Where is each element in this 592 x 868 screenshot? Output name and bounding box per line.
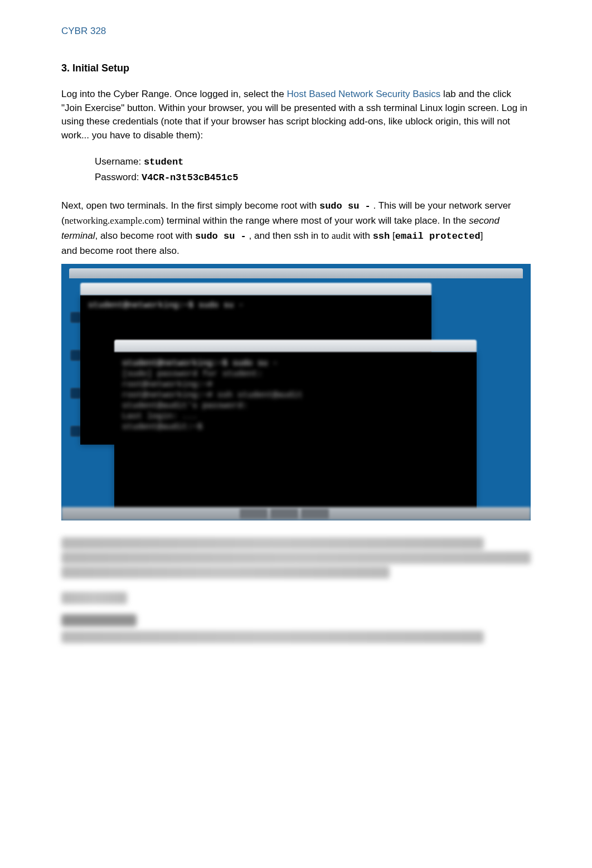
terminal-2-body: student@networking:~$ sudo su - [sudo] p… (114, 352, 477, 513)
taskbar-button (240, 509, 268, 519)
t1: Next, open two terminals. In the first s… (61, 200, 319, 211)
terminal-line: student@audit:~$ (122, 422, 469, 432)
course-code-link[interactable]: CYBR 328 (61, 26, 106, 37)
terminal-2-titlebar (114, 340, 477, 352)
terminal-line: Last login: ... (122, 412, 469, 421)
desktop-side-icons (70, 312, 81, 464)
blurred-line (61, 631, 484, 643)
section-heading: 3. Initial Setup (61, 62, 531, 74)
blurred-line (61, 566, 390, 578)
t4: , also become root with (95, 230, 195, 241)
terminal-1-titlebar (80, 283, 431, 295)
password-label: Password: (95, 172, 142, 182)
taskbar-button (270, 509, 298, 519)
t3: ) terminal within the range where most o… (161, 215, 469, 226)
terminal-line: root@networking:~# ssh student@audit (122, 390, 469, 400)
terminal-line: student@networking:~$ sudo su - (122, 359, 469, 368)
terminal-window-2: student@networking:~$ sudo su - [sudo] p… (114, 340, 477, 513)
cmd-ssh: ssh (373, 231, 390, 242)
cmd-sudo-2: sudo su - (195, 231, 246, 242)
dock-icon (70, 350, 81, 361)
username-value: student (144, 157, 183, 167)
t5: , and then ssh in to (249, 230, 332, 241)
terminal-screenshot: student@networking:~$ sudo su - student@… (61, 264, 531, 520)
blurred-line (61, 537, 484, 549)
paywalled-content (61, 537, 531, 643)
blurred-line (61, 592, 127, 604)
dock-icon (70, 312, 81, 323)
t7: and become root there also. (61, 245, 179, 256)
dock-icon (70, 388, 81, 399)
cmd-sudo-1: sudo su - (319, 201, 371, 211)
host-audit: audit (332, 230, 351, 241)
dock-icon (70, 426, 81, 437)
terminal-line: student@networking:~$ sudo su - (88, 301, 424, 310)
taskbar-button (301, 509, 329, 519)
credentials-block: Username: student Password: V4CR-n3t53cB… (95, 154, 531, 185)
username-row: Username: student (95, 154, 531, 170)
intro-paragraph: Log into the Cyber Range. Once logged in… (61, 88, 531, 143)
terminal-line: root@networking:~# (122, 380, 469, 389)
intro-lead: Log into the Cyber Range. Once logged in… (61, 89, 287, 99)
t6: with (353, 230, 373, 241)
password-value: V4CR-n3t53cB451c5 (142, 172, 238, 183)
blurred-line (61, 552, 531, 564)
lab-link[interactable]: Host Based Network Security Basics (287, 89, 440, 99)
taskbar (61, 507, 531, 520)
email-protected[interactable]: email protected (395, 231, 481, 242)
blurred-heading (61, 614, 137, 626)
terminal-line: student@audit's password: (122, 401, 469, 411)
host-networking: networking.example.com (65, 215, 161, 226)
password-row: Password: V4CR-n3t53cB451c5 (95, 170, 531, 185)
email-close: ] (481, 230, 483, 241)
username-label: Username: (95, 156, 144, 167)
terminal-line: [sudo] password for student: (122, 369, 469, 379)
steps-paragraph: Next, open two terminals. In the first s… (61, 199, 531, 258)
desktop-titlebar (69, 268, 523, 278)
